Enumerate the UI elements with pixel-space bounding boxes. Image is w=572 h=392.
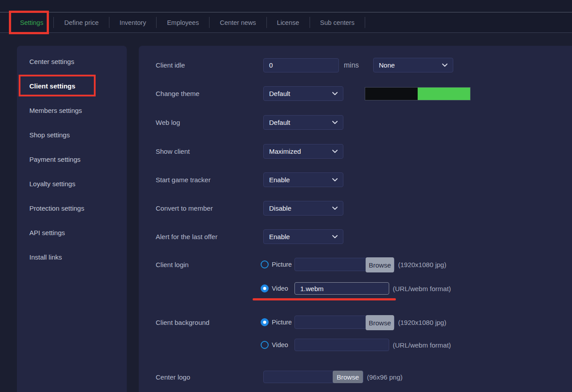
row-client-background-picture: Client background Picture Browse (1920x1… bbox=[156, 316, 568, 329]
change-theme-label: Change theme bbox=[156, 90, 263, 97]
convert-to-member-label: Convert to member bbox=[156, 204, 263, 212]
client-login-picture-browse-button[interactable]: Browse bbox=[366, 257, 394, 272]
row-web-log: Web log Default bbox=[156, 115, 568, 130]
client-settings-panel: Client idle mins None Change theme Defau… bbox=[139, 46, 572, 392]
tab-sub-centers[interactable]: Sub centers bbox=[310, 12, 365, 32]
change-theme-value: Default bbox=[269, 90, 290, 97]
client-background-video-radio[interactable] bbox=[261, 341, 269, 349]
chevron-down-icon bbox=[332, 150, 338, 153]
sidebar-item-payment-settings[interactable]: Payment settings bbox=[17, 147, 127, 172]
row-convert-to-member: Convert to member Disable bbox=[156, 201, 568, 216]
theme-swatch-green bbox=[418, 88, 470, 100]
convert-to-member-value: Disable bbox=[269, 204, 291, 212]
client-idle-unit: mins bbox=[344, 61, 359, 69]
tab-license[interactable]: License bbox=[267, 12, 310, 32]
settings-sidebar: Center settings Client settings Members … bbox=[17, 46, 127, 392]
show-client-label: Show client bbox=[156, 148, 263, 155]
show-client-select[interactable]: Maximized bbox=[263, 144, 343, 159]
row-client-login-video: Video (URL/webm format) bbox=[156, 282, 568, 295]
tab-divider bbox=[365, 17, 365, 28]
client-login-video-radio-label: Video bbox=[272, 285, 288, 292]
client-login-picture-option: Picture bbox=[261, 260, 294, 268]
web-log-label: Web log bbox=[156, 119, 263, 126]
show-client-value: Maximized bbox=[269, 148, 301, 155]
client-idle-label: Client idle bbox=[156, 61, 263, 69]
row-center-logo: Center logo Browse (96x96 png) bbox=[156, 371, 568, 383]
client-login-picture-radio-label: Picture bbox=[272, 261, 292, 268]
sidebar-item-install-links[interactable]: Install links bbox=[17, 245, 127, 269]
client-login-video-radio[interactable] bbox=[261, 284, 269, 292]
client-login-video-input[interactable] bbox=[294, 282, 389, 295]
client-login-video-hint: (URL/webm format) bbox=[393, 285, 451, 292]
client-background-picture-option: Picture bbox=[261, 318, 294, 326]
client-background-video-radio-label: Video bbox=[272, 341, 288, 348]
client-background-label: Client background bbox=[156, 319, 261, 326]
client-login-picture-file-field[interactable]: Browse bbox=[294, 258, 395, 271]
client-login-picture-radio[interactable] bbox=[261, 260, 269, 268]
tab-inventory[interactable]: Inventory bbox=[109, 12, 157, 32]
client-login-picture-hint: (1920x1080 jpg) bbox=[398, 261, 446, 268]
center-logo-hint: (96x96 png) bbox=[367, 373, 403, 381]
client-background-video-option: Video bbox=[261, 341, 294, 349]
annotation-underline-video-field bbox=[253, 298, 396, 300]
row-client-background-video: Video (URL/webm format) bbox=[156, 339, 568, 351]
client-background-video-input[interactable] bbox=[294, 339, 389, 351]
sidebar-item-shop-settings[interactable]: Shop settings bbox=[17, 123, 127, 147]
start-game-tracker-select[interactable]: Enable bbox=[263, 172, 343, 187]
row-change-theme: Change theme Default bbox=[156, 86, 568, 101]
row-start-game-tracker: Start game tracker Enable bbox=[156, 172, 568, 187]
annotation-box-settings-tab bbox=[9, 11, 49, 34]
client-background-picture-browse-button[interactable]: Browse bbox=[366, 315, 394, 330]
sidebar-item-protection-settings[interactable]: Protection settings bbox=[17, 196, 127, 220]
convert-to-member-select[interactable]: Disable bbox=[263, 201, 343, 216]
row-client-idle: Client idle mins None bbox=[156, 58, 568, 72]
chevron-down-icon bbox=[332, 92, 338, 96]
center-logo-label: Center logo bbox=[156, 373, 263, 381]
client-background-video-hint: (URL/webm format) bbox=[393, 341, 451, 349]
window-top-strip bbox=[0, 0, 572, 12]
change-theme-select[interactable]: Default bbox=[263, 86, 343, 101]
tab-employees[interactable]: Employees bbox=[157, 12, 209, 32]
client-background-picture-radio[interactable] bbox=[261, 318, 269, 326]
chevron-down-icon bbox=[332, 178, 338, 182]
sidebar-item-api-settings[interactable]: API settings bbox=[17, 220, 127, 245]
alert-last-offer-label: Alert for the last offer bbox=[156, 233, 263, 240]
client-background-picture-file-field[interactable]: Browse bbox=[294, 316, 395, 329]
chevron-down-icon bbox=[332, 121, 338, 124]
client-background-picture-radio-label: Picture bbox=[272, 319, 292, 326]
sidebar-item-center-settings[interactable]: Center settings bbox=[17, 49, 127, 74]
theme-swatch-black bbox=[365, 88, 418, 100]
start-game-tracker-value: Enable bbox=[269, 176, 290, 184]
chevron-down-icon bbox=[442, 64, 447, 67]
sidebar-item-members-settings[interactable]: Members settings bbox=[17, 98, 127, 123]
client-idle-input[interactable] bbox=[263, 58, 339, 72]
web-log-value: Default bbox=[269, 119, 290, 126]
client-login-video-option: Video bbox=[261, 284, 294, 292]
annotation-box-client-settings bbox=[19, 75, 96, 96]
alert-last-offer-value: Enable bbox=[269, 233, 290, 240]
theme-color-preview bbox=[365, 87, 471, 100]
row-client-login-picture: Client login Picture Browse (1920x1080 j… bbox=[156, 258, 568, 271]
tab-center-news[interactable]: Center news bbox=[209, 12, 266, 32]
client-idle-action-select[interactable]: None bbox=[373, 58, 453, 72]
row-alert-last-offer: Alert for the last offer Enable bbox=[156, 229, 568, 244]
client-idle-action-value: None bbox=[379, 61, 395, 69]
tab-bar: Settings Define price Inventory Employee… bbox=[0, 12, 572, 33]
center-logo-file-field[interactable]: Browse bbox=[263, 371, 363, 383]
tab-define-price[interactable]: Define price bbox=[54, 12, 109, 32]
web-log-select[interactable]: Default bbox=[263, 115, 343, 130]
alert-last-offer-select[interactable]: Enable bbox=[263, 229, 343, 244]
chevron-down-icon bbox=[332, 235, 338, 239]
sidebar-item-loyalty-settings[interactable]: Loyalty settings bbox=[17, 172, 127, 196]
client-login-label: Client login bbox=[156, 261, 261, 268]
client-background-picture-hint: (1920x1080 jpg) bbox=[398, 319, 446, 326]
center-logo-browse-button[interactable]: Browse bbox=[333, 371, 363, 383]
start-game-tracker-label: Start game tracker bbox=[156, 176, 263, 184]
row-show-client: Show client Maximized bbox=[156, 144, 568, 159]
chevron-down-icon bbox=[332, 207, 338, 210]
